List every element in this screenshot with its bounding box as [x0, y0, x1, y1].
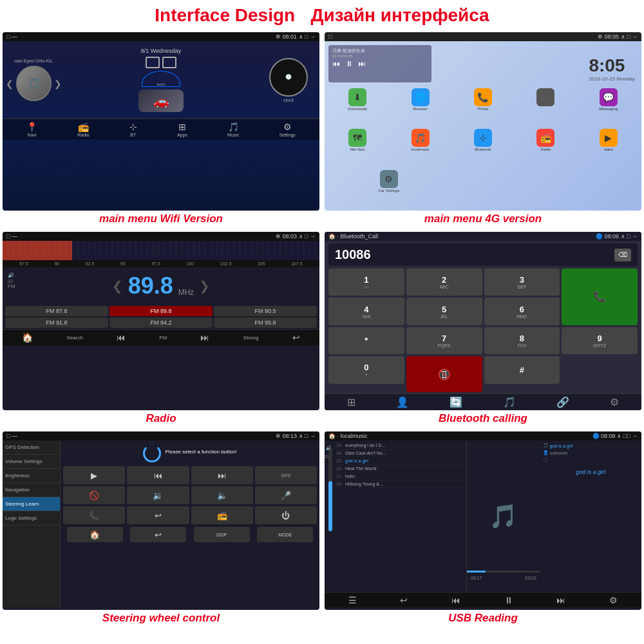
bt-topbar-label: 🏠 · Bluetooth_Call	[328, 233, 378, 240]
4g-app-bluetooth[interactable]: ⊹Bluetooth	[453, 129, 513, 167]
wifi-nav-music[interactable]: 🎵Music	[227, 122, 239, 137]
radio-next[interactable]: ❯	[199, 278, 210, 294]
usb-next-btn[interactable]: ⏭	[556, 595, 565, 605]
bt-hangup-btn[interactable]: 📵	[406, 356, 482, 392]
steering-navigation[interactable]: Navigation	[3, 483, 60, 497]
title-en: Interface Design	[155, 5, 295, 25]
steering-play[interactable]: ▶	[63, 466, 125, 484]
usb-list-btn[interactable]: ☰	[348, 595, 357, 605]
radio-preset-3[interactable]: FM 90.5	[214, 306, 317, 316]
4g-app-downloads[interactable]: ⬇Downloads	[327, 88, 388, 127]
radio-fm-btn[interactable]: FM	[160, 335, 167, 341]
steering-back-btn[interactable]: ↩	[130, 527, 186, 542]
usb-back-btn[interactable]: ↩	[400, 595, 408, 605]
bt-bottom: ⊞ 👤 🔄 🎵 🔗 ⚙	[325, 393, 641, 410]
bt-key-6[interactable]: 6MNO	[484, 298, 560, 325]
wifi-nav-navi[interactable]: 📍Navi	[26, 122, 37, 137]
wifi-nav-radio[interactable]: 📻Radio	[77, 122, 89, 137]
4g-date: 2018-10-15 Monday	[589, 76, 635, 82]
usb-topbar: 🏠 · localmusic 🔵 08:08 ∧ □□ →	[325, 431, 641, 440]
4g-app-browser[interactable]: 🌐Browser	[390, 88, 450, 127]
bt-key-1[interactable]: 1○○	[328, 269, 404, 296]
radio-strong-btn[interactable]: Strong	[243, 335, 259, 341]
radio-preset-2[interactable]: FM 89.8	[109, 306, 213, 316]
steering-call[interactable]: 📞	[63, 506, 125, 524]
bt-icon-link[interactable]: 🔗	[556, 396, 569, 408]
steering-gps-btn[interactable]: GPS	[255, 466, 317, 484]
steering-vol-down[interactable]: 🔉	[127, 486, 189, 504]
bt-key-9[interactable]: 9WXYZ	[562, 327, 638, 354]
bt-key-3[interactable]: 3DEF	[484, 269, 560, 296]
4g-topbar-time: ✲ 08:05 ∧ □ →	[598, 33, 638, 40]
4g-app-carsettings[interactable]: ⚙Car Settings	[327, 170, 451, 209]
steering-volume[interactable]: Volume Settings	[3, 455, 60, 469]
usb-track-13[interactable]: 13.everything i do I D...	[334, 442, 466, 450]
usb-track-14[interactable]: 14.Glee Cast-Ain't No...	[334, 450, 466, 457]
bt-icon-settings[interactable]: ⚙	[610, 396, 619, 408]
usb-time: 00:17 03:02	[471, 576, 536, 580]
radio-next-btn[interactable]: ⏭	[200, 332, 209, 343]
radio-prev[interactable]: ❮	[112, 278, 123, 294]
4g-player-time: 00:46/04:35	[332, 54, 428, 58]
bt-icon-user[interactable]: 👤	[396, 396, 409, 408]
radio-preset-5[interactable]: FM 94.2	[109, 317, 213, 328]
bt-icon-music[interactable]: 🎵	[503, 396, 516, 408]
radio-preset-6[interactable]: FM 95.8	[214, 317, 317, 328]
radio-prev-btn[interactable]: ⏮	[117, 332, 126, 343]
bt-backspace[interactable]: ⌫	[614, 249, 631, 261]
bt-icon-refresh[interactable]: 🔄	[450, 396, 462, 408]
4g-app-netnavi[interactable]: 🗺Net Navi	[327, 129, 388, 167]
radio-search-btn[interactable]: Search	[67, 335, 83, 341]
bt-key-2[interactable]: 2ABC	[406, 269, 482, 296]
steering-brightness[interactable]: Brightness	[3, 469, 60, 483]
4g-apps: ⬇Downloads 🌐Browser 📞Phone 💬Messaging	[325, 86, 641, 211]
steering-learn[interactable]: Steering Learn	[3, 497, 60, 511]
bt-key-7[interactable]: 7PQRS	[406, 327, 482, 354]
steering-prev[interactable]: ⏮	[127, 466, 189, 484]
usb-prev-btn[interactable]: ⏮	[451, 595, 460, 605]
steering-home-btn[interactable]: 🏠	[67, 527, 123, 542]
4g-time: 8:05	[589, 55, 635, 76]
wifi-nav-bt[interactable]: ⊹BT	[129, 122, 137, 137]
4g-app-phone[interactable]: 📞Phone	[453, 88, 513, 127]
steering-back[interactable]: ↩	[127, 506, 189, 524]
bt-key-4[interactable]: 4GHI	[328, 298, 404, 325]
steering-mic[interactable]: 🎤	[255, 486, 317, 504]
radio-home-btn[interactable]: 🏠	[22, 332, 33, 343]
usb-settings-btn[interactable]: ⚙	[609, 595, 618, 605]
usb-track-15[interactable]: 15.god is a girl	[334, 457, 466, 465]
4g-app-radio[interactable]: 📻Radio	[515, 129, 576, 167]
4g-app-messaging[interactable]: 💬Messaging	[578, 88, 639, 127]
radio-preset-1[interactable]: FM 87.8	[5, 306, 108, 316]
screen-usb: 🏠 · localmusic 🔵 08:08 ∧ □□ → 🔊 21 13.ev…	[325, 431, 641, 610]
bt-key-0[interactable]: 0+	[328, 356, 404, 383]
usb-pause-btn[interactable]: ⏸	[504, 595, 513, 605]
steering-mode-btn[interactable]: MODE	[257, 527, 313, 542]
steering-power[interactable]: ⏻	[255, 506, 317, 524]
steering-logo[interactable]: Logo Settings	[3, 511, 60, 526]
steering-sidebar: GPS Detection Volume Settings Brightness…	[3, 440, 61, 607]
steering-next[interactable]: ⏭	[191, 466, 253, 484]
bt-key-5[interactable]: 5JKL	[406, 298, 482, 325]
bt-call-btn[interactable]: 📞	[562, 269, 638, 325]
usb-track-18[interactable]: 18.Hillsong Young &...	[334, 480, 466, 488]
steering-mute[interactable]: 🚫	[63, 486, 125, 504]
usb-vol-slider[interactable]	[328, 448, 332, 531]
bt-key-8[interactable]: 8TUV	[484, 327, 560, 354]
bt-key-hash[interactable]: #	[484, 356, 560, 383]
bt-key-star[interactable]: *	[328, 327, 404, 354]
4g-app-video[interactable]: ▶video	[578, 129, 639, 167]
usb-track-17[interactable]: 17.hello	[334, 473, 466, 480]
usb-track-16[interactable]: 16.Heal The World	[334, 465, 466, 473]
wifi-nav-apps[interactable]: ⊞Apps	[177, 122, 187, 137]
wifi-nav-settings[interactable]: ⚙Settings	[279, 122, 296, 137]
radio-preset-4[interactable]: FM 91.8	[5, 317, 108, 328]
steering-gps[interactable]: GPS Detection	[3, 440, 60, 455]
bt-icon-grid[interactable]: ⊞	[347, 396, 355, 408]
radio-back-btn[interactable]: ↩	[292, 332, 300, 343]
4g-app-localmusic[interactable]: 🎵localmusic	[390, 129, 450, 167]
steering-radio[interactable]: 📻	[191, 506, 253, 524]
steering-vol-up[interactable]: 🔈	[191, 486, 253, 504]
steering-bottom-row: 🏠 ↩ DISP MODE	[63, 527, 317, 542]
steering-disp-btn[interactable]: DISP	[194, 527, 250, 542]
